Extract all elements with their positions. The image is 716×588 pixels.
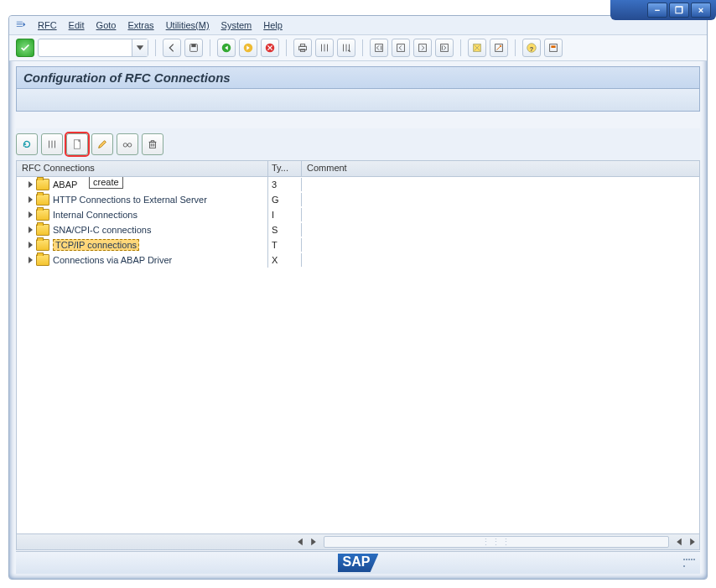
standard-toolbar: ? xyxy=(9,35,707,61)
selected-row-label[interactable]: TCP/IP connections xyxy=(53,239,139,251)
cancel-red-button[interactable] xyxy=(261,39,279,57)
svg-rect-17 xyxy=(551,45,555,48)
command-field[interactable] xyxy=(38,39,148,57)
menu-command-icon[interactable] xyxy=(14,18,28,32)
svg-text:?: ? xyxy=(530,45,534,53)
menubar: RFC Edit Goto Extras Utilities(M) System… xyxy=(9,16,707,35)
new-session-button[interactable] xyxy=(468,39,486,57)
svg-rect-9 xyxy=(397,44,405,52)
menu-utilities[interactable]: Utilities(M) xyxy=(164,18,211,32)
minimize-button[interactable]: − xyxy=(647,3,667,18)
expander-icon[interactable] xyxy=(29,181,33,188)
sap-logo: SAP xyxy=(338,554,379,572)
tree-row[interactable]: TCP/IP connections T xyxy=(17,237,699,252)
folder-icon xyxy=(36,194,49,206)
folder-icon xyxy=(36,254,49,266)
next-page-button[interactable] xyxy=(413,39,432,57)
back-button[interactable] xyxy=(163,39,181,57)
last-page-button[interactable] xyxy=(435,39,454,57)
folder-icon xyxy=(36,239,49,251)
folder-icon xyxy=(36,224,49,236)
expander-icon[interactable] xyxy=(29,211,33,218)
svg-rect-1 xyxy=(191,44,195,48)
exit-yellow-button[interactable] xyxy=(239,39,257,57)
menu-rfc[interactable]: RFC xyxy=(36,18,59,32)
close-button[interactable]: × xyxy=(691,3,711,18)
scroll-left-icon[interactable] xyxy=(293,536,307,548)
col-header-type[interactable]: Ty... xyxy=(268,161,302,176)
col-header-name[interactable]: RFC Connections xyxy=(17,161,268,176)
statusbar: SAP xyxy=(16,551,700,574)
expander-icon[interactable] xyxy=(29,257,33,263)
help-button[interactable]: ? xyxy=(522,39,541,57)
expander-icon[interactable] xyxy=(29,226,33,233)
scroll-right-icon[interactable] xyxy=(307,536,320,548)
tree-body: ABAP create tions 3 HTTP Connections to … xyxy=(17,177,699,533)
scroll-right2-icon[interactable] xyxy=(686,536,699,548)
menu-goto[interactable]: Goto xyxy=(95,18,118,32)
app-toolbar xyxy=(16,128,700,160)
scroll-track[interactable]: ⋮⋮⋮ xyxy=(324,536,669,548)
tree-row[interactable]: HTTP Connections to External Server G xyxy=(17,192,699,207)
svg-rect-10 xyxy=(419,44,427,52)
restore-button[interactable]: ❐ xyxy=(669,3,689,18)
first-page-button[interactable] xyxy=(370,39,388,57)
find-tree-button[interactable] xyxy=(41,133,63,155)
expander-icon[interactable] xyxy=(29,242,33,248)
scroll-left2-icon[interactable] xyxy=(672,536,686,548)
svg-point-20 xyxy=(127,143,131,147)
tree-row[interactable]: Connections via ABAP Driver X xyxy=(17,252,699,268)
tree-row[interactable]: ABAP create tions 3 xyxy=(17,177,699,192)
tree-table: RFC Connections Ty... Comment ABAP creat… xyxy=(16,160,700,550)
customize-button[interactable] xyxy=(544,39,563,57)
menu-extras[interactable]: Extras xyxy=(126,18,155,32)
svg-rect-6 xyxy=(300,44,304,47)
page-title: Configuration of RFC Connections xyxy=(23,70,231,85)
create-button[interactable] xyxy=(66,133,88,155)
menu-help[interactable]: Help xyxy=(262,18,284,32)
edit-button[interactable] xyxy=(91,133,113,155)
find-next-button[interactable] xyxy=(337,39,355,57)
shortcut-button[interactable] xyxy=(490,39,508,57)
svg-point-19 xyxy=(123,143,127,147)
col-header-comment[interactable]: Comment xyxy=(302,161,699,176)
tree-row[interactable]: Internal Connections I xyxy=(17,207,699,222)
back-green-button[interactable] xyxy=(217,39,236,57)
find-button[interactable] xyxy=(315,39,334,57)
page-title-bar: Configuration of RFC Connections xyxy=(16,66,700,89)
expander-icon[interactable] xyxy=(29,196,33,203)
print-button[interactable] xyxy=(293,39,312,57)
save-button[interactable] xyxy=(184,39,203,57)
refresh-button[interactable] xyxy=(16,133,38,155)
menu-system[interactable]: System xyxy=(220,18,254,32)
folder-icon xyxy=(36,179,49,190)
glasses-button[interactable] xyxy=(117,133,138,155)
prev-page-button[interactable] xyxy=(392,39,410,57)
folder-icon xyxy=(36,209,49,221)
create-tooltip: create xyxy=(89,177,123,189)
horizontal-scrollbar[interactable]: ⋮⋮⋮ xyxy=(17,533,699,549)
resize-grip-icon[interactable] xyxy=(683,559,695,570)
tree-row[interactable]: SNA/CPI-C connections S xyxy=(17,222,699,237)
window-titlebar: − ❐ × xyxy=(610,0,716,20)
delete-button[interactable] xyxy=(142,133,163,155)
application-toolbar-bg xyxy=(16,89,700,112)
tree-header: RFC Connections Ty... Comment xyxy=(17,161,699,177)
enter-button[interactable] xyxy=(16,39,34,57)
menu-edit[interactable]: Edit xyxy=(67,18,86,32)
